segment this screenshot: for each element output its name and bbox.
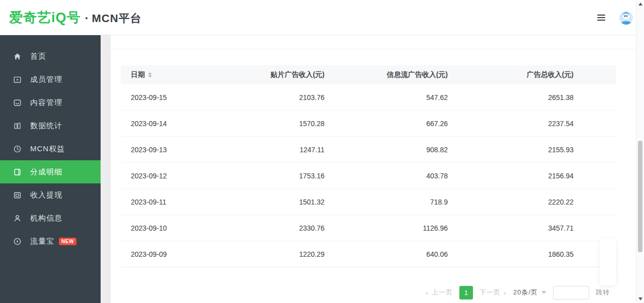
sidebar-item-revenue-split-detail[interactable]: 分成明细 bbox=[0, 160, 101, 183]
home-icon bbox=[13, 52, 22, 61]
cell-total-revenue: 2220.22 bbox=[448, 198, 574, 206]
table-row: 2023-09-13 1247.11 908.82 2155.93 bbox=[121, 137, 616, 163]
logo-brand-text: 爱奇艺iQ号 bbox=[9, 9, 81, 27]
sidebar-item-label: 首页 bbox=[30, 52, 46, 61]
lightning-icon bbox=[13, 237, 22, 246]
avatar-body bbox=[621, 21, 631, 25]
sidebar-item-label: MCN权益 bbox=[30, 144, 65, 154]
column-header-preroll-revenue: 贴片广告收入(元) bbox=[231, 70, 325, 79]
column-header-date[interactable]: 日期 bbox=[121, 70, 231, 79]
column-header-total-revenue: 广告总收入(元) bbox=[448, 70, 574, 79]
sidebar-item-label: 流量宝 bbox=[30, 237, 54, 246]
section-divider bbox=[111, 49, 636, 49]
cell-preroll-revenue: 1247.11 bbox=[231, 146, 325, 154]
cell-feed-revenue: 718.9 bbox=[325, 198, 448, 206]
cell-preroll-revenue: 2103.76 bbox=[231, 93, 325, 102]
cell-feed-revenue: 640.06 bbox=[325, 250, 448, 258]
sidebar-item-content-management[interactable]: 内容管理 bbox=[0, 91, 101, 114]
cell-feed-revenue: 667.26 bbox=[325, 120, 448, 128]
sidebar-item-label: 收入提现 bbox=[30, 190, 62, 200]
cell-date: 2023-09-12 bbox=[121, 172, 231, 180]
sidebar-item-label: 内容管理 bbox=[30, 98, 62, 108]
cell-preroll-revenue: 1501.32 bbox=[231, 198, 325, 206]
cell-date: 2023-09-11 bbox=[121, 198, 231, 206]
cell-date: 2023-09-15 bbox=[121, 93, 231, 102]
next-page-button[interactable]: 下一页 › bbox=[479, 288, 507, 297]
ledger-icon bbox=[13, 168, 22, 176]
cell-date: 2023-09-09 bbox=[121, 250, 231, 258]
sidebar-nav: 首页 成员管理 内容管理 数据统计 MCN权益 分成明细 收入提现 机构信息 bbox=[0, 35, 101, 303]
logo-separator: · bbox=[85, 11, 89, 25]
prev-page-button[interactable]: ‹ 上一页 bbox=[426, 288, 453, 297]
chevron-left-icon: ‹ bbox=[426, 289, 429, 296]
table-row: 2023-09-10 2330.76 1126.96 3457.71 bbox=[121, 215, 616, 241]
sidebar-item-label: 数据统计 bbox=[30, 121, 62, 131]
sidebar-item-traffic-booster[interactable]: 流量宝 NEW bbox=[0, 230, 101, 253]
content-icon bbox=[13, 98, 22, 107]
cell-date: 2023-09-10 bbox=[121, 224, 231, 232]
pagination: ‹ 上一页 1 下一页 › 20条/页 跳转 bbox=[426, 285, 610, 300]
user-avatar[interactable] bbox=[619, 11, 633, 25]
sidebar-item-income-withdrawal[interactable]: 收入提现 bbox=[0, 183, 101, 207]
cell-preroll-revenue: 1220.29 bbox=[231, 250, 325, 258]
sidebar-item-mcn-rights[interactable]: MCN权益 bbox=[0, 137, 101, 160]
cell-total-revenue: 2156.94 bbox=[448, 172, 574, 180]
table-header-row: 日期 贴片广告收入(元) 信息流广告收入(元) 广告总收入(元) bbox=[121, 65, 616, 84]
clock-icon bbox=[13, 145, 22, 153]
cell-total-revenue: 1860.35 bbox=[448, 250, 574, 258]
menu-icon[interactable] bbox=[597, 15, 605, 21]
jump-page-input[interactable] bbox=[553, 286, 589, 299]
stats-icon bbox=[13, 122, 22, 130]
cell-preroll-revenue: 1570.28 bbox=[231, 120, 325, 128]
table-row: 2023-09-09 1220.29 640.06 1860.35 bbox=[121, 241, 616, 267]
column-header-feed-revenue: 信息流广告收入(元) bbox=[325, 70, 448, 79]
sidebar-item-home[interactable]: 首页 bbox=[0, 45, 101, 68]
page-number-button[interactable]: 1 bbox=[459, 286, 473, 299]
sidebar-item-organization-info[interactable]: 机构信息 bbox=[0, 207, 101, 230]
cell-total-revenue: 3457.71 bbox=[448, 224, 574, 232]
new-badge: NEW bbox=[59, 238, 76, 245]
cell-preroll-revenue: 2330.76 bbox=[231, 224, 325, 232]
sidebar-item-label: 机构信息 bbox=[30, 214, 62, 223]
scroll-up-icon[interactable] bbox=[638, 3, 642, 6]
top-bar: 爱奇艺iQ号 · MCN平台 bbox=[0, 0, 644, 35]
app-logo[interactable]: 爱奇艺iQ号 · MCN平台 bbox=[9, 9, 142, 27]
sidebar-item-data-statistics[interactable]: 数据统计 bbox=[0, 114, 101, 137]
sidebar-item-label: 分成明细 bbox=[30, 167, 62, 177]
logo-platform-text: MCN平台 bbox=[92, 11, 142, 26]
cell-feed-revenue: 1126.96 bbox=[325, 224, 448, 232]
scrollbar-thumb[interactable] bbox=[638, 141, 642, 252]
table-row: 2023-09-11 1501.32 718.9 2220.22 bbox=[121, 189, 616, 215]
cell-date: 2023-09-13 bbox=[121, 146, 231, 154]
table-row: 2023-09-12 1753.16 403.78 2156.94 bbox=[121, 163, 616, 189]
table-body: 2023-09-15 2103.76 547.62 2651.38 2023-0… bbox=[121, 84, 616, 267]
sidebar-item-member-management[interactable]: 成员管理 bbox=[0, 68, 101, 91]
table-row: 2023-09-14 1570.28 667.26 2237.54 bbox=[121, 111, 616, 137]
wallet-icon bbox=[13, 191, 22, 199]
scroll-down-icon[interactable] bbox=[638, 297, 642, 300]
cell-feed-revenue: 908.82 bbox=[325, 146, 448, 154]
chevron-right-icon: › bbox=[504, 289, 507, 296]
sidebar-item-label: 成员管理 bbox=[30, 75, 62, 84]
cell-date: 2023-09-14 bbox=[121, 120, 231, 128]
person-icon bbox=[13, 214, 22, 223]
floating-panel bbox=[600, 238, 616, 285]
cell-total-revenue: 2155.93 bbox=[448, 146, 574, 154]
avatar-eye bbox=[626, 15, 627, 17]
chevron-down-icon bbox=[541, 291, 546, 294]
content-card: 日期 贴片广告收入(元) 信息流广告收入(元) 广告总收入(元) 2023-09… bbox=[111, 35, 636, 303]
main-content: 日期 贴片广告收入(元) 信息流广告收入(元) 广告总收入(元) 2023-09… bbox=[101, 35, 644, 303]
cell-feed-revenue: 547.62 bbox=[325, 93, 448, 102]
avatar-eye bbox=[624, 15, 625, 17]
revenue-table: 日期 贴片广告收入(元) 信息流广告收入(元) 广告总收入(元) 2023-09… bbox=[121, 65, 616, 267]
cell-preroll-revenue: 1753.16 bbox=[231, 172, 325, 180]
cell-total-revenue: 2651.38 bbox=[448, 93, 574, 102]
page-size-select[interactable]: 20条/页 bbox=[513, 288, 546, 297]
cell-feed-revenue: 403.78 bbox=[325, 172, 448, 180]
cell-total-revenue: 2237.54 bbox=[448, 120, 574, 128]
sort-icon[interactable] bbox=[148, 72, 152, 77]
jump-button[interactable]: 跳转 bbox=[596, 288, 610, 297]
vertical-scrollbar[interactable] bbox=[636, 0, 644, 303]
table-row: 2023-09-15 2103.76 547.62 2651.38 bbox=[121, 84, 616, 111]
members-icon bbox=[13, 75, 22, 84]
